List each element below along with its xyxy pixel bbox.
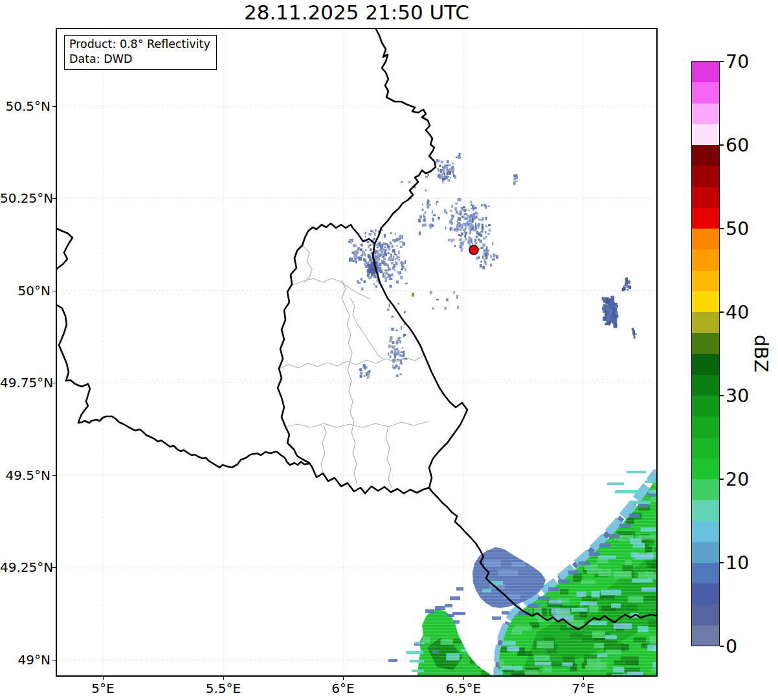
x-tick-label: 5.5°E	[206, 681, 241, 696]
echo-pixel	[480, 240, 482, 243]
echo-pixel	[392, 341, 395, 344]
echo-pixel	[606, 306, 608, 309]
echo-pixel	[380, 271, 382, 273]
product-line: Product: 0.8° Reflectivity	[69, 37, 210, 52]
echo-pixel	[389, 274, 391, 277]
echo-pixel	[392, 365, 394, 368]
colorbar-tick-mark	[720, 395, 724, 396]
x-tick-mark	[343, 677, 344, 680]
canton-border	[348, 361, 357, 484]
echo-pixel	[482, 256, 483, 259]
echo-pixel	[384, 269, 387, 271]
echo-pixel	[457, 306, 459, 310]
x-tick-mark	[103, 677, 104, 680]
echo-pixel	[371, 271, 372, 273]
echo-pixel	[608, 311, 612, 314]
echo-pixel	[492, 242, 493, 245]
y-tick-mark	[52, 475, 56, 476]
echo-pixel	[515, 177, 517, 179]
precip-slate-cap	[450, 596, 460, 600]
echo-pixel	[383, 273, 384, 277]
echo-pixel	[392, 239, 395, 241]
echo-pixel	[467, 223, 469, 225]
echo-pixel	[612, 310, 615, 314]
echo-pixel	[483, 204, 485, 207]
echo-pixel	[368, 269, 370, 273]
echo-pixel	[475, 212, 478, 214]
echo-pixel	[373, 238, 376, 240]
precip-cyan-streak	[412, 670, 424, 672]
precip-slate-cap	[492, 616, 501, 620]
precip-slate-cap	[629, 514, 639, 517]
echo-pixel	[381, 254, 383, 256]
echo-pixel	[383, 258, 386, 260]
echo-pixel	[628, 286, 631, 289]
echo-pixel	[468, 210, 469, 211]
echo-pixel	[458, 198, 461, 202]
echo-pixel	[423, 214, 425, 218]
echo-pixel	[361, 372, 362, 376]
echo-pixel	[447, 160, 449, 163]
echo-pixel	[375, 229, 377, 232]
echo-pixel	[367, 375, 368, 379]
echo-pixel	[460, 223, 462, 227]
echo-pixel	[390, 285, 392, 288]
echo-pixel	[432, 308, 434, 310]
echo-pixel	[476, 256, 478, 260]
echo-pixel	[493, 254, 496, 256]
echo-pixel	[456, 210, 458, 214]
echo-pixel	[627, 289, 628, 291]
echo-pixel	[633, 335, 635, 337]
echo-pixel	[401, 351, 403, 353]
echo-pixel	[399, 271, 401, 275]
echo-pixel	[371, 273, 373, 276]
echo-pixel	[448, 176, 449, 177]
echo-pixel	[399, 242, 401, 243]
echo-pixel	[487, 233, 490, 235]
echo-pixel	[634, 336, 636, 339]
echo-pixel	[470, 201, 472, 203]
precip-slate-cap	[548, 587, 559, 591]
echo-pixel	[464, 229, 466, 232]
echo-pixel	[424, 223, 427, 227]
colorbar-tick-label: 0	[726, 636, 737, 657]
echo-pixel	[448, 179, 450, 182]
echo-pixel	[398, 251, 399, 254]
echo-pixel	[442, 181, 444, 183]
precip-patch	[483, 664, 493, 670]
echo-pixel	[462, 224, 465, 227]
echo-pixel	[614, 321, 616, 326]
echo-pixel	[357, 247, 360, 250]
echo-pixel	[384, 263, 387, 265]
echo-pixel	[460, 234, 462, 237]
echo-pixel	[366, 262, 368, 264]
echo-pixel	[375, 264, 378, 265]
echo-pixel	[387, 308, 389, 311]
echo-pixel	[379, 263, 381, 267]
echo-pixel	[513, 181, 516, 185]
echo-pixel	[469, 240, 472, 243]
echo-pixel	[393, 264, 395, 268]
echo-pixel	[475, 207, 476, 210]
echo-pixel	[404, 311, 406, 313]
echo-pixel	[399, 341, 401, 343]
y-tick-label: 50.25°N	[0, 190, 50, 206]
y-tick-mark	[52, 291, 56, 291]
y-tick-label: 49.75°N	[0, 375, 50, 390]
echo-pixel	[363, 258, 365, 261]
echo-pixel	[381, 262, 384, 264]
echo-pixel	[450, 227, 452, 231]
colorbar-tick-mark	[720, 61, 724, 62]
echo-pixel	[442, 166, 444, 168]
echo-pixel	[478, 256, 480, 259]
echo-pixel	[390, 355, 392, 358]
colorbar-tick-mark	[720, 646, 724, 646]
echo-pixel	[364, 367, 366, 368]
echo-pixel	[496, 255, 498, 259]
echo-pixel	[390, 350, 393, 354]
echo-pixel	[367, 242, 370, 243]
echo-pixel	[395, 233, 396, 234]
precip-cyan-streak	[406, 651, 423, 654]
echo-pixel	[443, 173, 445, 175]
echo-pixel	[391, 254, 392, 257]
